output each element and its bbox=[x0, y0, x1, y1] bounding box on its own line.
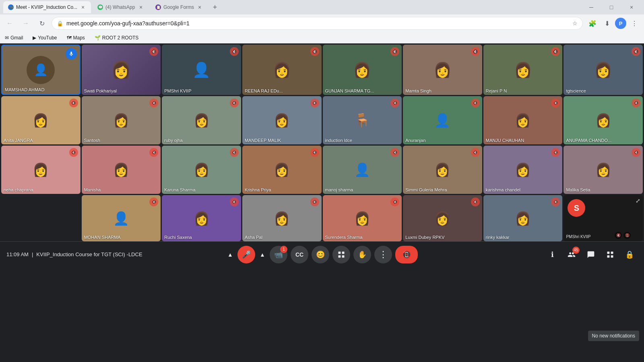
reload-button[interactable]: ↻ bbox=[35, 17, 48, 30]
info-button[interactable]: ℹ bbox=[544, 247, 560, 263]
pip-expand-icon[interactable]: ⤢ bbox=[636, 197, 640, 204]
address-box[interactable]: 🔒 meet.google.com/yoa-gufj-xaa?authuser=… bbox=[52, 17, 583, 30]
extensions-icon[interactable]: 🧩 bbox=[586, 17, 599, 30]
camera-badge: 1 bbox=[280, 246, 287, 253]
tile-anupama: 👩 🔇 ANUPAMA CHANDO... bbox=[564, 96, 643, 144]
tile-rinky: 👩 🔇 rinky kakkar bbox=[483, 195, 563, 241]
tile-mic-malika: 🔇 bbox=[632, 148, 640, 157]
tile-mic-luxmi: 🔇 bbox=[471, 197, 480, 206]
menu-icon[interactable]: ⋮ bbox=[628, 17, 641, 30]
tile-name-rinky: rinky kakkar bbox=[486, 235, 510, 240]
tab-whatsapp-close[interactable]: × bbox=[138, 4, 144, 10]
tile-mic-anuranjan: 🔇 bbox=[471, 99, 480, 107]
tile-name-santosh: Santosh bbox=[84, 138, 100, 143]
maps-icon: 🗺 bbox=[67, 35, 72, 41]
activities-button[interactable] bbox=[332, 246, 350, 263]
mic-expand-button[interactable]: ▲ bbox=[226, 251, 234, 259]
activities-right-button[interactable] bbox=[602, 247, 618, 263]
mic-button[interactable]: 🎤 bbox=[237, 246, 255, 263]
new-tab-button[interactable]: + bbox=[209, 2, 221, 13]
tile-reena: 👩 🔇 REENA RAJ EDu... bbox=[242, 45, 322, 95]
tile-karuna: 👩 🔇 Karuna Sharma bbox=[162, 146, 241, 194]
bookmark-maps-label: Maps bbox=[73, 35, 85, 41]
end-call-icon: 📵 bbox=[402, 250, 411, 259]
tile-name-mamta: Mamta Singh bbox=[405, 88, 431, 93]
video-grid-row3: 👩 🔇 neha chaprana 👩 🔇 Manisha 👩 🔇 Karuna… bbox=[0, 144, 644, 194]
tile-surendera: 👩 🔇 Surendera Sharma bbox=[323, 195, 402, 241]
tile-name-krishna: Krishna Priya bbox=[245, 187, 271, 192]
tile-gunjan: 👩 🔇 GUNJAN SHARMA TG... bbox=[323, 45, 402, 95]
tab-whatsapp[interactable]: 💬 (4) WhatsApp × bbox=[93, 1, 149, 13]
youtube-icon: ▶ bbox=[33, 35, 36, 41]
bookmark-root2roots[interactable]: 🌱 ROOT 2 ROOTS bbox=[93, 34, 140, 41]
mic-off-icon: 🎤 bbox=[242, 250, 251, 259]
tile-name-ruchi: Ruchi Saxena bbox=[164, 235, 192, 240]
tab-forms[interactable]: 📋 Google Forms × bbox=[151, 1, 208, 13]
tile-asha: 👩 🔇 Asha Pal bbox=[242, 195, 322, 241]
bookmark-root2roots-label: ROOT 2 ROOTS bbox=[102, 35, 138, 41]
tile-mic-manoj: 🔇 bbox=[390, 148, 399, 157]
tile-name-luxmi: Luxmi Dubey RPKV bbox=[405, 235, 444, 240]
profile-button[interactable]: P bbox=[615, 18, 626, 29]
svg-rect-6 bbox=[607, 255, 610, 257]
minimize-button[interactable]: ─ bbox=[582, 1, 601, 14]
tile-name-manoj: manoj sharma bbox=[325, 187, 353, 192]
captions-button[interactable]: CC bbox=[291, 246, 308, 263]
people-button[interactable]: 45 bbox=[564, 247, 580, 263]
tab-meet-close[interactable]: × bbox=[80, 4, 86, 10]
bookmark-gmail[interactable]: ✉ Gmail bbox=[3, 34, 25, 41]
toolbar-icons: 🧩 ⬇ P ⋮ bbox=[586, 17, 641, 30]
bookmark-youtube[interactable]: ▶ YouTube bbox=[31, 34, 58, 41]
bookmark-star-icon[interactable]: ☆ bbox=[572, 20, 578, 27]
meet-title: KVIIP_Induction Course for TGT (SCI) -LD… bbox=[36, 251, 142, 257]
meet-separator: | bbox=[32, 251, 33, 257]
tile-name-manisha: Manisha bbox=[84, 187, 101, 192]
bookmark-maps[interactable]: 🗺 Maps bbox=[65, 34, 87, 41]
tile-tgtscience: 👩 🔇 tgtscience bbox=[564, 45, 643, 95]
meet-info: 11:09 AM | KVIIP_Induction Course for TG… bbox=[6, 251, 217, 257]
tile-mic-ruchi: 🔇 bbox=[230, 197, 239, 206]
tile-mic-asha: 🔇 bbox=[310, 197, 319, 206]
tile-pmshri1: 👤 🔇 PMShri KVIIP bbox=[162, 45, 241, 95]
pip-mic-icon: 🔇 bbox=[615, 232, 622, 239]
back-button[interactable]: ← bbox=[3, 17, 16, 30]
tile-induction: 🪑 🔇 induction ldce bbox=[323, 96, 402, 144]
tile-mic-ruby: 🔇 bbox=[230, 99, 239, 107]
tile-malika: 👩 🔇 Malika Setia bbox=[564, 146, 643, 194]
raise-hand-button[interactable]: ✋ bbox=[353, 246, 371, 263]
emoji-button[interactable]: 😊 bbox=[312, 246, 329, 263]
tab-list: 📹 Meet - KVIIP_Induction Co... × 💬 (4) W… bbox=[3, 1, 579, 13]
svg-rect-3 bbox=[342, 255, 345, 257]
speaking-indicator bbox=[66, 48, 77, 60]
tile-mic-reena: 🔇 bbox=[310, 47, 319, 56]
meet-container: 👤 MAMSHAD AHMAD 👩 🔇 Swati Pokhariyal 👤 🔇… bbox=[0, 43, 644, 362]
tile-mic-mandeep: 🔇 bbox=[310, 99, 319, 107]
more-options-button[interactable]: ⋮ bbox=[374, 246, 392, 263]
tab-meet[interactable]: 📹 Meet - KVIIP_Induction Co... × bbox=[3, 1, 91, 13]
cam-expand-button[interactable]: ▲ bbox=[258, 251, 266, 259]
tile-name-mamshad: MAMSHAD AHMAD bbox=[5, 87, 44, 92]
tile-ruchi: 👩 🔇 Ruchi Saxena bbox=[162, 195, 241, 241]
camera-button[interactable]: 📹 1 bbox=[270, 246, 287, 263]
forward-button[interactable]: → bbox=[19, 17, 32, 30]
tile-mic-induction: 🔇 bbox=[390, 99, 399, 107]
tile-name-manju: MANJU CHAUHAN bbox=[486, 138, 524, 143]
host-controls-button[interactable]: 🔒 bbox=[621, 247, 638, 263]
tab-forms-close[interactable]: × bbox=[196, 4, 203, 10]
tile-name-reena: REENA RAJ EDu... bbox=[245, 88, 283, 93]
tile-name-neha: neha chaprana bbox=[4, 187, 33, 192]
close-button[interactable]: × bbox=[622, 1, 641, 14]
end-call-button[interactable]: 📵 bbox=[395, 246, 418, 263]
chat-icon bbox=[587, 251, 595, 259]
downloads-icon[interactable]: ⬇ bbox=[601, 17, 613, 30]
tile-mic-simmi: 🔇 bbox=[471, 148, 480, 157]
address-text: meet.google.com/yoa-gufj-xaa?authuser=0&… bbox=[66, 20, 569, 27]
tile-mic-gunjan: 🔇 bbox=[390, 47, 399, 56]
maximize-button[interactable]: □ bbox=[602, 1, 621, 14]
captions-icon: CC bbox=[295, 251, 303, 258]
chat-button[interactable] bbox=[583, 247, 599, 263]
tile-mic-karuna: 🔇 bbox=[230, 148, 239, 157]
no-notifications-tooltip: No new notifications bbox=[588, 331, 639, 341]
meet-right-controls: ℹ 45 🔒 bbox=[427, 247, 638, 263]
video-grid-row4: 👤 🔇 MOHAN SHARMA 👩 🔇 Ruchi Saxena 👩 🔇 As… bbox=[0, 194, 644, 241]
